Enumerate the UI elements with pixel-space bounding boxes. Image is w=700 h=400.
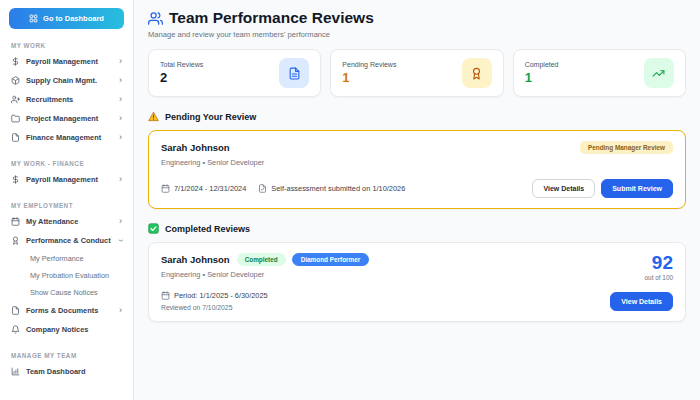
view-details-button[interactable]: View Details: [610, 292, 673, 311]
pending-card-header: Sarah Johnson Pending Manager Review: [161, 141, 673, 154]
status-badge-completed: Completed: [237, 253, 286, 266]
submit-review-button[interactable]: Submit Review: [601, 179, 673, 198]
completed-card-footer: Period: 1/1/2025 - 6/30/2025 Reviewed on…: [161, 291, 673, 311]
stat-card-pending-reviews: Pending Reviews 1: [330, 49, 503, 97]
sidebar-item-label: Finance Management: [26, 133, 101, 142]
completed-name-row: Sarah Johnson Completed Diamond Performe…: [161, 253, 369, 266]
sidebar-subitem-my-performance[interactable]: My Performance: [9, 250, 124, 267]
main-content: Team Performance Reviews Manage and revi…: [134, 0, 700, 400]
view-details-button[interactable]: View Details: [532, 179, 595, 198]
stat-value: 1: [525, 70, 559, 85]
score-caption: out of 100: [645, 274, 673, 281]
review-period-text: Period: 1/1/2025 - 6/30/2025: [174, 291, 268, 300]
go-to-dashboard-label: Go to Dashboard: [43, 14, 104, 23]
stat-label: Pending Reviews: [342, 61, 396, 68]
stat-value: 1: [342, 70, 396, 85]
page-header: Team Performance Reviews: [148, 9, 686, 27]
pending-section-title: Pending Your Review: [165, 112, 256, 122]
sidebar-item-company-notices[interactable]: Company Notices: [9, 320, 124, 339]
sidebar-item-performance-conduct[interactable]: Performance & Conduct ›: [9, 231, 124, 250]
status-badge-pending-manager-review: Pending Manager Review: [580, 141, 673, 154]
chevron-right-icon: ›: [119, 95, 122, 104]
calendar-icon: [161, 184, 170, 193]
user-plus-icon: [11, 95, 20, 104]
stat-value: 2: [160, 70, 203, 85]
chevron-right-icon: ›: [119, 175, 122, 184]
sidebar-subitem-my-probation-evaluation[interactable]: My Probation Evaluation: [9, 267, 124, 284]
chevron-right-icon: ›: [119, 114, 122, 123]
employee-role: Engineering • Senior Developer: [161, 158, 673, 167]
page-subtitle: Manage and review your team members' per…: [148, 30, 686, 39]
chevron-down-icon: ›: [116, 239, 125, 242]
bell-icon: [11, 325, 20, 334]
sidebar-subitem-show-cause-notices[interactable]: Show Cause Notices: [9, 284, 124, 301]
sidebar-item-finance-management[interactable]: Finance Management ›: [9, 128, 124, 147]
sidebar-item-payroll-management-finance[interactable]: Payroll Management ›: [9, 170, 124, 189]
pending-card-meta-row: 7/1/2024 - 12/31/2024 Self-assessment su…: [161, 179, 673, 198]
pending-review-card: Sarah Johnson Pending Manager Review Eng…: [148, 130, 686, 209]
section-label-my-employment: MY EMPLOYMENT: [11, 202, 122, 209]
stat-text: Total Reviews 2: [160, 61, 203, 85]
sidebar-item-recruitments[interactable]: Recruitments ›: [9, 90, 124, 109]
employee-name: Sarah Johnson: [161, 254, 230, 265]
chevron-right-icon: ›: [119, 76, 122, 85]
completed-section-title: Completed Reviews: [165, 224, 250, 234]
sidebar-item-label: Supply Chain Mgmt.: [26, 76, 97, 85]
chevron-right-icon: ›: [119, 133, 122, 142]
sidebar-item-team-dashboard[interactable]: Team Dashboard: [9, 362, 124, 381]
file-icon: [11, 133, 20, 142]
sidebar-item-forms-documents[interactable]: Forms & Documents ›: [9, 301, 124, 320]
chevron-right-icon: ›: [119, 306, 122, 315]
package-icon: [11, 76, 20, 85]
self-assessment-note: Self-assessment submitted on 1/10/2026: [258, 184, 405, 193]
stats-row: Total Reviews 2 Pending Reviews 1 Comple…: [148, 49, 686, 97]
stat-card-total-reviews: Total Reviews 2: [148, 49, 321, 97]
completed-review-card: Sarah Johnson Completed Diamond Performe…: [148, 242, 686, 322]
stat-text: Completed 1: [525, 61, 559, 85]
score-value: 92: [645, 253, 673, 272]
folder-icon: [11, 114, 20, 123]
section-label-my-work-finance: MY WORK - FINANCE: [11, 160, 122, 167]
sidebar-item-payroll-management[interactable]: Payroll Management ›: [9, 52, 124, 71]
completed-card-buttons: View Details: [610, 292, 673, 311]
sidebar-item-label: My Attendance: [26, 217, 78, 226]
employee-role: Engineering • Senior Developer: [161, 270, 369, 279]
stat-card-completed: Completed 1: [513, 49, 686, 97]
sidebar-item-label: Payroll Management: [26, 57, 98, 66]
pending-card-buttons: View Details Submit Review: [532, 179, 673, 198]
medal-icon: [11, 236, 20, 245]
dollar-icon: [11, 175, 20, 184]
page-title: Team Performance Reviews: [169, 9, 374, 27]
completed-card-dates: Period: 1/1/2025 - 6/30/2025 Reviewed on…: [161, 291, 268, 311]
dashboard-grid-icon: [29, 14, 38, 23]
file-text-icon: [279, 58, 309, 88]
users-icon: [148, 11, 163, 26]
stat-text: Pending Reviews 1: [342, 61, 396, 85]
go-to-dashboard-button[interactable]: Go to Dashboard: [9, 8, 124, 29]
review-period: Period: 1/1/2025 - 6/30/2025: [161, 291, 268, 300]
review-period: 7/1/2024 - 12/31/2024: [161, 184, 246, 193]
reviewed-on-text: Reviewed on 7/10/2025: [161, 304, 268, 311]
check-square-icon: [148, 223, 159, 234]
file-icon: [11, 306, 20, 315]
completed-card-identity: Sarah Johnson Completed Diamond Performe…: [161, 253, 369, 279]
stat-label: Completed: [525, 61, 559, 68]
sidebar-item-label: Company Notices: [26, 325, 88, 334]
sidebar-item-label: Performance & Conduct: [26, 236, 111, 245]
score-block: 92 out of 100: [645, 253, 673, 281]
sidebar-item-label: Project Management: [26, 114, 98, 123]
sidebar-item-label: Payroll Management: [26, 175, 98, 184]
stat-label: Total Reviews: [160, 61, 203, 68]
sidebar-item-project-management[interactable]: Project Management ›: [9, 109, 124, 128]
sidebar-item-label: Recruitments: [26, 95, 73, 104]
self-assessment-text: Self-assessment submitted on 1/10/2026: [271, 184, 405, 193]
sidebar-item-supply-chain[interactable]: Supply Chain Mgmt. ›: [9, 71, 124, 90]
trending-up-icon: [644, 58, 674, 88]
bar-chart-icon: [11, 367, 20, 376]
sidebar: Go to Dashboard MY WORK Payroll Manageme…: [0, 0, 134, 400]
pending-section-heading: Pending Your Review: [148, 111, 686, 122]
sidebar-item-my-attendance[interactable]: My Attendance ›: [9, 212, 124, 231]
calendar-icon: [11, 217, 20, 226]
employee-name: Sarah Johnson: [161, 142, 230, 153]
completed-card-header: Sarah Johnson Completed Diamond Performe…: [161, 253, 673, 281]
